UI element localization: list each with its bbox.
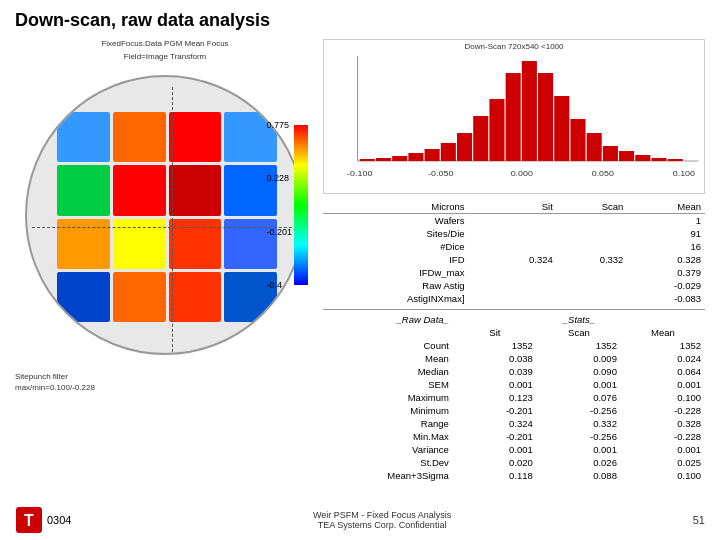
row-sit (486, 292, 557, 305)
row-mean: 91 (627, 227, 705, 240)
histogram-bar (489, 99, 504, 161)
top-table-row: AstigINXmax] -0.083 (323, 292, 705, 305)
wafer-cell (169, 165, 222, 215)
row-label: #Dice (323, 240, 469, 253)
stats-table-row: Mean+3Sigma 0.118 0.088 0.100 (323, 469, 705, 482)
stats-row-mean: 0.100 (621, 469, 705, 482)
row-scan (557, 266, 628, 279)
stats-row-scan: 0.009 (537, 352, 621, 365)
histogram-title: Down-Scan 720x540 <1000 (324, 42, 704, 51)
wafer-cell (113, 112, 166, 162)
stats-row-sit: 0.001 (453, 378, 537, 391)
stats-row-sit: 0.001 (453, 443, 537, 456)
row-scan (557, 227, 628, 240)
histogram-svg: -0.100-0.0500.0000.0500.100 (324, 51, 704, 181)
row-mean: 16 (627, 240, 705, 253)
row-empty (469, 227, 487, 240)
stats-row-mean: 0.100 (621, 391, 705, 404)
stats-row-label: Mean+3Sigma (323, 469, 453, 482)
stats-col-scan: Scan (537, 326, 621, 339)
col-header-empty (469, 200, 487, 214)
svg-text:-0.100: -0.100 (347, 168, 373, 177)
col-header-scan: Scan (557, 200, 628, 214)
top-metrics-table: Microns Sit Scan Mean Wafers 1 Sites/Die… (323, 200, 705, 305)
row-label: Sites/Die (323, 227, 469, 240)
scale-min-label: -0.4 (266, 280, 292, 290)
color-scale (294, 125, 308, 285)
row-mean: 0.328 (627, 253, 705, 266)
stats-table-row: St.Dev 0.020 0.026 0.025 (323, 456, 705, 469)
stats-row-label: SEM (323, 378, 453, 391)
top-table-row: Raw Astig -0.029 (323, 279, 705, 292)
row-empty (469, 266, 487, 279)
scale-low-label: -0.201 (266, 227, 292, 237)
stats-table-row: SEM 0.001 0.001 0.001 (323, 378, 705, 391)
wafer-grid (57, 112, 277, 322)
page-title: Down-scan, raw data analysis (15, 10, 705, 31)
stats-row-sit: 0.038 (453, 352, 537, 365)
row-scan (557, 292, 628, 305)
histogram-bar (376, 158, 391, 161)
stats-header: _Stats_ (453, 313, 705, 326)
svg-text:-0.050: -0.050 (428, 168, 454, 177)
histogram-bar (619, 151, 634, 161)
stats-row-label: Variance (323, 443, 453, 456)
left-panel: FixedFocus.Data PGM Mean Focus Field=Ima… (15, 39, 315, 499)
stats-row-mean: 1352 (621, 339, 705, 352)
stats-row-sit: -0.201 (453, 404, 537, 417)
top-table-row: Sites/Die 91 (323, 227, 705, 240)
footer-code: 0304 (47, 514, 71, 526)
histogram-bar (570, 119, 585, 161)
stats-table-row: Range 0.324 0.332 0.328 (323, 417, 705, 430)
crosshair-horizontal (32, 227, 305, 228)
stats-row-mean: 0.064 (621, 365, 705, 378)
raw-data-header: _Raw Data_ (323, 313, 453, 326)
histogram-bar (392, 156, 407, 161)
histogram-bar (635, 155, 650, 161)
footer-center: Weir PSFM - Fixed Focus Analysis TEA Sys… (313, 510, 451, 530)
histogram-bar (522, 61, 537, 161)
stats-row-mean: 0.025 (621, 456, 705, 469)
wafer-cell (169, 272, 222, 322)
stats-row-sit: 1352 (453, 339, 537, 352)
scale-mid-label: 0.228 (266, 173, 292, 183)
stats-table-row: Median 0.039 0.090 0.064 (323, 365, 705, 378)
stats-row-scan: 0.076 (537, 391, 621, 404)
histogram-bar (668, 159, 683, 161)
stats-table-row: Min.Max -0.201 -0.256 -0.228 (323, 430, 705, 443)
wafer-cell (169, 112, 222, 162)
right-panel: Down-Scan 720x540 <1000 -0.100-0.0500.00… (323, 39, 705, 499)
stats-row-mean: 0.024 (621, 352, 705, 365)
stats-row-scan: 0.088 (537, 469, 621, 482)
row-sit: 0.324 (486, 253, 557, 266)
note-line2: max/min=0.100/-0.228 (15, 382, 315, 393)
histogram-bar (360, 159, 375, 161)
stats-row-sit: 0.324 (453, 417, 537, 430)
row-mean: -0.029 (627, 279, 705, 292)
row-scan (557, 240, 628, 253)
svg-text:0.050: 0.050 (592, 168, 615, 177)
histogram-bar (408, 153, 423, 161)
svg-text:0.100: 0.100 (673, 168, 696, 177)
row-sit (486, 279, 557, 292)
row-mean: 0.379 (627, 266, 705, 279)
stats-row-sit: 0.118 (453, 469, 537, 482)
scale-labels: 0.775 0.228 -0.201 -0.4 (266, 120, 292, 290)
histogram-bar (506, 73, 521, 161)
page: Down-scan, raw data analysis FixedFocus.… (0, 0, 720, 540)
stats-table-row: Count 1352 1352 1352 (323, 339, 705, 352)
row-label: Raw Astig (323, 279, 469, 292)
histogram-bar (651, 158, 666, 161)
stats-table-row: Minimum -0.201 -0.256 -0.228 (323, 404, 705, 417)
row-sit (486, 240, 557, 253)
footer-left: T 0304 (15, 506, 71, 534)
wafer-subtitle: Field=Image Transform (15, 52, 315, 61)
row-scan (557, 279, 628, 292)
row-mean: 1 (627, 214, 705, 228)
row-label: IFD (323, 253, 469, 266)
stats-table: _Raw Data_ _Stats_ Sit Scan Mean Count 1… (323, 313, 705, 482)
histogram-bar (425, 149, 440, 161)
stats-col-label (323, 326, 453, 339)
svg-text:0.000: 0.000 (511, 168, 534, 177)
stats-row-scan: 0.090 (537, 365, 621, 378)
